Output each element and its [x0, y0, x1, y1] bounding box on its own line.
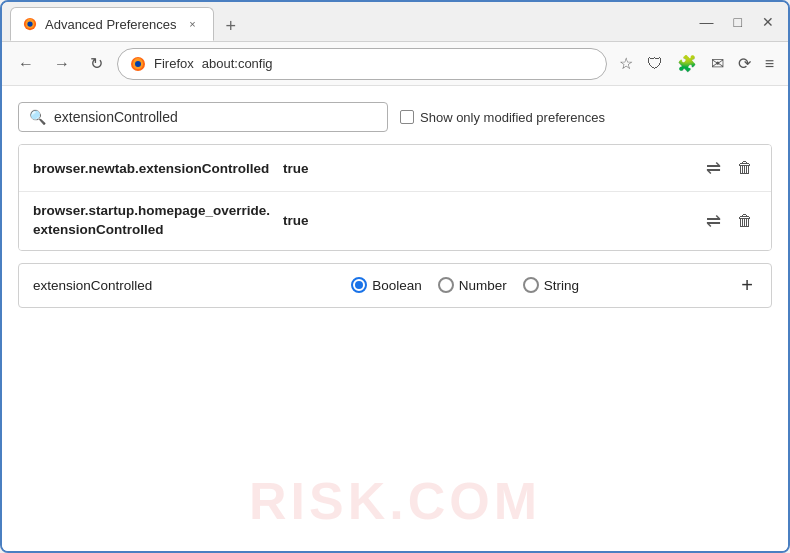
- minimize-button[interactable]: —: [694, 12, 720, 32]
- pref-name-2-line1: browser.startup.homepage_override.: [33, 203, 270, 218]
- radio-number-circle[interactable]: [438, 277, 454, 293]
- radio-boolean-label: Boolean: [372, 278, 422, 293]
- pref-value-1: true: [283, 161, 692, 176]
- active-tab[interactable]: Advanced Preferences ×: [10, 7, 214, 41]
- type-radio-group: Boolean Number String: [205, 277, 725, 293]
- show-modified-label: Show only modified preferences: [420, 110, 605, 125]
- shield-icon[interactable]: 🛡: [643, 51, 667, 77]
- delete-icon-2[interactable]: 🗑: [733, 210, 757, 232]
- brand-label: Firefox: [154, 56, 194, 71]
- add-preference-row: extensionControlled Boolean Number Strin…: [18, 263, 772, 308]
- new-tab-button[interactable]: +: [218, 12, 245, 41]
- search-input[interactable]: [54, 109, 377, 125]
- pref-name-2: browser.startup.homepage_override. exten…: [33, 202, 273, 240]
- radio-string[interactable]: String: [523, 277, 579, 293]
- content-area: RISK.COM 🔍 Show only modified preference…: [2, 86, 788, 551]
- nav-icons: ☆ 🛡 🧩 ✉ ⟳ ≡: [615, 50, 778, 77]
- search-icon: 🔍: [29, 109, 46, 125]
- address-bar[interactable]: Firefox about:config: [117, 48, 607, 80]
- nav-bar: ← → ↻ Firefox about:config ☆ 🛡 🧩 ✉ ⟳ ≡: [2, 42, 788, 86]
- table-row: browser.startup.homepage_override. exten…: [19, 192, 771, 250]
- menu-icon[interactable]: ≡: [761, 51, 778, 77]
- window-controls: — □ ✕: [694, 12, 780, 32]
- url-bar: about:config: [202, 56, 273, 71]
- close-button[interactable]: ✕: [756, 12, 780, 32]
- back-button[interactable]: ←: [12, 51, 40, 77]
- forward-button[interactable]: →: [48, 51, 76, 77]
- watermark: RISK.COM: [249, 471, 541, 531]
- radio-boolean[interactable]: Boolean: [351, 277, 422, 293]
- delete-icon-1[interactable]: 🗑: [733, 157, 757, 179]
- show-modified-wrap[interactable]: Show only modified preferences: [400, 110, 605, 125]
- history-icon[interactable]: ⟳: [734, 50, 755, 77]
- tab-title: Advanced Preferences: [45, 17, 177, 32]
- search-bar: 🔍 Show only modified preferences: [18, 102, 772, 132]
- tab-favicon: [23, 17, 37, 31]
- radio-number[interactable]: Number: [438, 277, 507, 293]
- radio-string-circle[interactable]: [523, 277, 539, 293]
- svg-point-3: [135, 61, 141, 67]
- row-2-actions: ⇌ 🗑: [702, 208, 757, 234]
- pref-value-2: true: [283, 213, 692, 228]
- firefox-logo: [130, 56, 146, 72]
- radio-string-label: String: [544, 278, 579, 293]
- bookmark-icon[interactable]: ☆: [615, 50, 637, 77]
- browser-window: Advanced Preferences × + — □ ✕ ← → ↻ Fir…: [0, 0, 790, 553]
- results-table: browser.newtab.extensionControlled true …: [18, 144, 772, 251]
- title-bar: Advanced Preferences × + — □ ✕: [2, 2, 788, 42]
- radio-number-label: Number: [459, 278, 507, 293]
- mail-icon[interactable]: ✉: [707, 50, 728, 77]
- search-input-wrap[interactable]: 🔍: [18, 102, 388, 132]
- pref-name-1: browser.newtab.extensionControlled: [33, 161, 273, 176]
- row-1-actions: ⇌ 🗑: [702, 155, 757, 181]
- pref-name-2-line2: extensionControlled: [33, 222, 164, 237]
- toggle-icon-1[interactable]: ⇌: [702, 155, 725, 181]
- radio-boolean-circle[interactable]: [351, 277, 367, 293]
- tab-area: Advanced Preferences × +: [10, 2, 690, 41]
- toggle-icon-2[interactable]: ⇌: [702, 208, 725, 234]
- show-modified-checkbox[interactable]: [400, 110, 414, 124]
- tab-close-button[interactable]: ×: [185, 16, 201, 32]
- extension-icon[interactable]: 🧩: [673, 50, 701, 77]
- reload-button[interactable]: ↻: [84, 50, 109, 77]
- new-pref-name: extensionControlled: [33, 278, 193, 293]
- add-button[interactable]: +: [737, 274, 757, 297]
- table-row: browser.newtab.extensionControlled true …: [19, 145, 771, 192]
- maximize-button[interactable]: □: [728, 12, 748, 32]
- svg-point-1: [27, 21, 32, 26]
